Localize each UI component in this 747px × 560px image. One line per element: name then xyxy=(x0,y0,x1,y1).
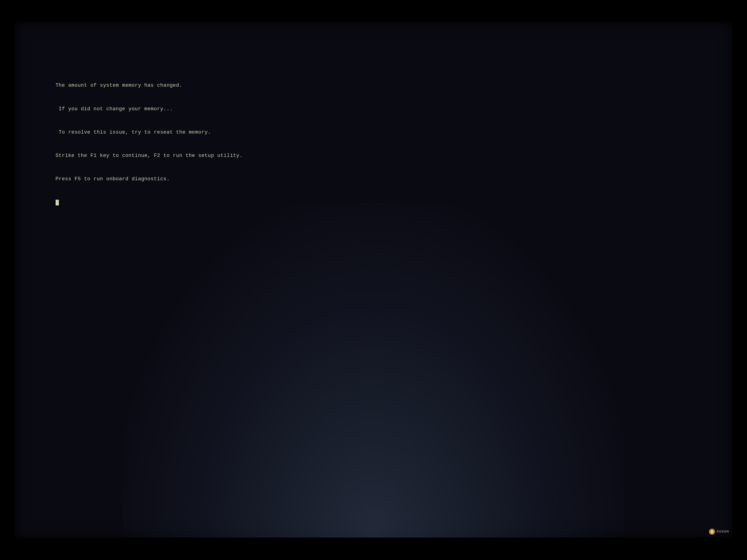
terminal-line-5: Press F5 to run onboard diagnostics. xyxy=(55,176,170,182)
screen-outer: The amount of system memory has changed.… xyxy=(0,0,747,560)
terminal-line-4: Strike the F1 key to continue, F2 to run… xyxy=(55,153,242,159)
watermark: 系统家园网 xyxy=(709,528,729,535)
monitor-screen: The amount of system memory has changed.… xyxy=(15,22,732,538)
watermark-label: 系统家园网 xyxy=(716,530,729,533)
terminal-cursor xyxy=(56,200,58,205)
terminal-line-2: If you did not change your memory... xyxy=(55,106,173,112)
terminal-output: The amount of system memory has changed.… xyxy=(36,74,711,214)
watermark-icon xyxy=(709,528,715,535)
terminal-line-3: To resolve this issue, try to reseat the… xyxy=(55,130,211,135)
terminal-line-1: The amount of system memory has changed. xyxy=(55,83,182,88)
